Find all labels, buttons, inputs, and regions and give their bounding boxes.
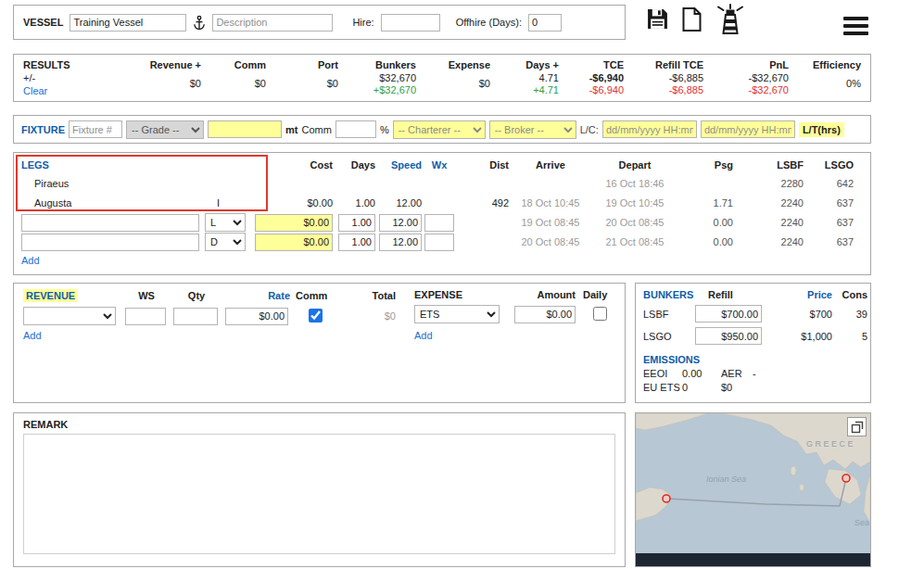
remark-textarea[interactable] bbox=[23, 434, 615, 554]
expense-add-link[interactable]: Add bbox=[414, 330, 433, 341]
map-panel[interactable]: GREECE Ionian Sea Sea bbox=[635, 412, 871, 567]
leg-depart: 21 Oct 08:45 bbox=[592, 233, 677, 252]
euets-cost: $0 bbox=[721, 382, 753, 393]
anchor-icon[interactable] bbox=[193, 15, 206, 31]
leg-wx-input[interactable] bbox=[424, 234, 454, 251]
expense-amount-input[interactable] bbox=[514, 306, 576, 323]
fixture-number-input[interactable] bbox=[69, 120, 122, 138]
leg-cost: $0.00 bbox=[251, 194, 333, 213]
save-icon[interactable] bbox=[646, 7, 669, 31]
fixture-panel: FIXTURE -- Grade -- mt Comm % -- Charter… bbox=[13, 115, 871, 144]
leg-arrive bbox=[509, 174, 592, 194]
results-col-port: Port $0 bbox=[266, 59, 338, 96]
leg-speed-input[interactable] bbox=[379, 234, 422, 251]
legs-psg-header: Psg bbox=[677, 156, 733, 174]
laycan-to-input[interactable] bbox=[701, 120, 795, 138]
remark-title: REMARK bbox=[23, 419, 615, 430]
laytime-label: L/T(hrs) bbox=[799, 122, 844, 137]
charterer-select[interactable]: -- Charterer -- bbox=[393, 120, 486, 139]
revenue-add-link[interactable]: Add bbox=[23, 330, 42, 341]
revenue-title: REVENUE bbox=[23, 289, 78, 302]
legs-speed-header[interactable]: Speed bbox=[375, 156, 422, 174]
results-panel: RESULTS +/- Clear Revenue + $0 Comm $0 P… bbox=[13, 54, 871, 102]
leg-wx-input[interactable] bbox=[424, 214, 454, 232]
description-input[interactable] bbox=[212, 14, 333, 32]
leg-cost-input[interactable] bbox=[255, 214, 333, 232]
leg-port-input[interactable] bbox=[21, 234, 199, 251]
map-country-label: GREECE bbox=[806, 439, 855, 449]
emissions-title: EMISSIONS bbox=[643, 354, 863, 365]
rate-input[interactable] bbox=[225, 308, 288, 325]
broker-select[interactable]: -- Broker -- bbox=[489, 120, 576, 139]
revenue-type-select[interactable] bbox=[23, 307, 116, 325]
leg-psg: 0.00 bbox=[677, 233, 733, 252]
legs-lsgo-header: LSGO bbox=[804, 156, 859, 174]
price-header[interactable]: Price bbox=[769, 289, 832, 300]
vessel-name-input[interactable] bbox=[70, 14, 186, 32]
leg-depart: 16 Oct 18:46 bbox=[592, 174, 677, 194]
expense-type-select[interactable]: ETS bbox=[414, 305, 500, 323]
results-col-days: Days + 4.71 +4.71 bbox=[490, 59, 559, 96]
qty-header: Qty bbox=[173, 290, 220, 301]
laycan-from-input[interactable] bbox=[602, 120, 697, 138]
lighthouse-icon[interactable] bbox=[715, 4, 746, 37]
map-attribution-bar bbox=[636, 553, 870, 566]
leg-lsgo: 642 bbox=[804, 174, 859, 194]
lsgo-price: $1,000 bbox=[769, 331, 832, 342]
leg-type-select[interactable]: D bbox=[205, 233, 246, 251]
map-canvas: GREECE Ionian Sea Sea bbox=[636, 413, 870, 553]
fixture-comm-input[interactable] bbox=[335, 120, 376, 138]
results-col-bunkers: Bunkers $32,670 +$32,670 bbox=[338, 59, 416, 96]
percent-label: % bbox=[380, 124, 389, 135]
leg-port-input[interactable] bbox=[21, 214, 199, 232]
legs-add-link[interactable]: Add bbox=[21, 255, 40, 266]
remark-panel: REMARK bbox=[13, 412, 626, 567]
revenue-comm-checkbox[interactable] bbox=[309, 309, 323, 322]
lsbf-refill-input[interactable] bbox=[695, 305, 762, 322]
expense-title: EXPENSE bbox=[414, 289, 503, 300]
leg-speed: 12.00 bbox=[375, 194, 422, 213]
legs-lsbf-header: LSBF bbox=[733, 156, 804, 174]
offhire-label: Offhire (Days): bbox=[456, 17, 522, 28]
results-col-tce: TCE -$6,940 -$6,940 bbox=[559, 59, 624, 96]
bunkers-panel: BUNKERS Refill Price Cons LSBF $700 39 L… bbox=[635, 283, 871, 403]
revenue-comm-header: Comm bbox=[296, 290, 335, 301]
leg-cost-input[interactable] bbox=[255, 234, 333, 251]
legs-wx-header[interactable]: Wx bbox=[422, 156, 457, 174]
euets-label: EU ETS bbox=[643, 382, 682, 393]
leg-days: 1.00 bbox=[333, 194, 375, 213]
legs-table: LEGS Cost Days Speed Wx Dist Arrive Depa… bbox=[21, 156, 863, 252]
results-col-efficiency: Efficiency 0% bbox=[789, 59, 861, 96]
leg-days-input[interactable] bbox=[338, 214, 375, 232]
aer-value: - bbox=[753, 368, 777, 379]
ws-input[interactable] bbox=[125, 308, 166, 325]
leg-depart: 20 Oct 08:45 bbox=[592, 213, 677, 233]
leg-lsbf: 2280 bbox=[733, 174, 804, 194]
leg-days-input[interactable] bbox=[338, 234, 375, 251]
offhire-input[interactable] bbox=[528, 14, 562, 32]
total-header: Total bbox=[340, 290, 396, 301]
cargo-quantity-input[interactable] bbox=[208, 120, 282, 138]
copy-document-icon[interactable] bbox=[681, 7, 702, 32]
leg-speed-input[interactable] bbox=[379, 214, 422, 232]
map-expand-icon[interactable] bbox=[847, 417, 867, 436]
lsgo-refill-input[interactable] bbox=[695, 327, 762, 345]
mt-label: mt bbox=[285, 124, 297, 135]
laycan-label: L/C: bbox=[580, 124, 599, 135]
fixture-title: FIXTURE bbox=[21, 124, 65, 135]
expense-daily-checkbox[interactable] bbox=[593, 307, 607, 321]
leg-port-name: Augusta bbox=[21, 194, 205, 213]
daily-header: Daily bbox=[583, 289, 616, 300]
leg-type-select[interactable]: L bbox=[205, 213, 246, 232]
qty-input[interactable] bbox=[173, 308, 218, 325]
grade-select[interactable]: -- Grade -- bbox=[126, 120, 204, 139]
results-clear-link[interactable]: Clear bbox=[23, 85, 47, 96]
rate-header[interactable]: Rate bbox=[225, 290, 290, 301]
leg-lsbf: 2240 bbox=[733, 194, 804, 213]
menu-icon[interactable] bbox=[843, 13, 868, 39]
amount-header: Amount bbox=[511, 289, 576, 300]
leg-psg: 0.00 bbox=[677, 213, 733, 233]
hire-input[interactable] bbox=[381, 14, 440, 32]
refill-header: Refill bbox=[695, 289, 766, 300]
ws-header: WS bbox=[125, 290, 168, 301]
